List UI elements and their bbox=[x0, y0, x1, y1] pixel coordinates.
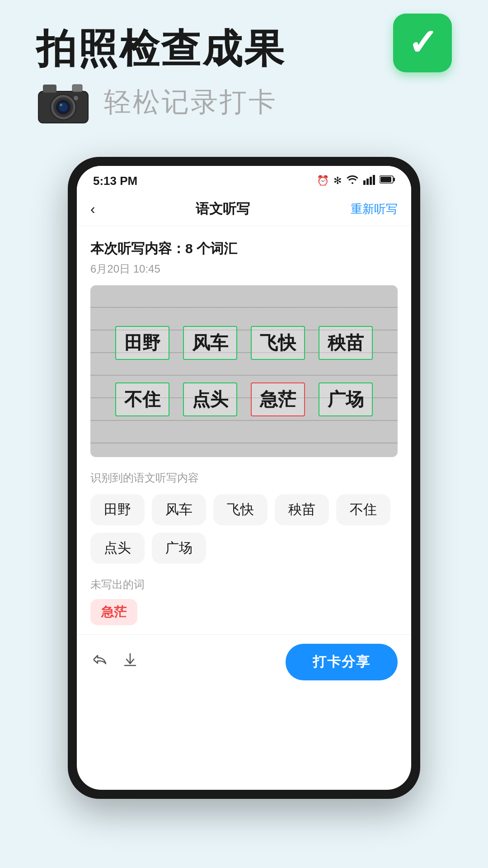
missing-word: 急茫 bbox=[90, 599, 137, 625]
word-row-1: 田野 风车 飞快 秧苗 bbox=[99, 326, 389, 360]
tag-yangmiao: 秧苗 bbox=[275, 494, 329, 525]
wifi-icon bbox=[346, 174, 359, 188]
nav-bar: ‹ 语文听写 重新听写 bbox=[77, 193, 411, 226]
download-icon[interactable] bbox=[122, 652, 138, 672]
svg-rect-10 bbox=[366, 179, 369, 185]
word-box-jimang: 急茫 bbox=[251, 382, 305, 416]
promo-subtitle: 轻松记录打卡 bbox=[104, 84, 277, 121]
tag-tianye: 田野 bbox=[90, 494, 145, 525]
word-buzhu: 不住 bbox=[124, 389, 160, 410]
svg-point-5 bbox=[60, 104, 62, 106]
word-box-diantou: 点头 bbox=[183, 382, 237, 416]
word-box-buzhu: 不住 bbox=[115, 382, 169, 416]
svg-rect-11 bbox=[370, 177, 372, 185]
phone-mockup: 5:13 PM ⏰ ✻ ‹ 语文听写 重新听写 bbox=[68, 157, 420, 799]
handwriting-area: 田野 风车 飞快 秧苗 不住 bbox=[90, 285, 398, 457]
bottom-bar: 打卡分享 bbox=[77, 634, 411, 694]
share-icon[interactable] bbox=[90, 652, 108, 672]
check-icon: ✓ bbox=[408, 25, 438, 61]
tag-guangchang: 广场 bbox=[152, 533, 206, 564]
bluetooth-icon: ✻ bbox=[333, 175, 342, 187]
missing-section: 未写出的词 急茫 bbox=[90, 577, 398, 625]
word-guangchang: 广场 bbox=[328, 389, 364, 410]
word-feikuai: 飞快 bbox=[260, 333, 296, 353]
tag-diantou: 点头 bbox=[90, 533, 145, 564]
word-jimang: 急茫 bbox=[260, 389, 296, 410]
word-row-2: 不住 点头 急茫 广场 bbox=[99, 382, 389, 416]
tag-buzhu: 不住 bbox=[336, 494, 390, 525]
bottom-icons bbox=[90, 652, 138, 672]
word-box-fengche: 风车 bbox=[183, 326, 237, 360]
word-tags: 田野 风车 飞快 秧苗 不住 点头 广场 bbox=[90, 494, 398, 564]
missing-label: 未写出的词 bbox=[90, 577, 398, 592]
status-time: 5:13 PM bbox=[93, 174, 137, 188]
tag-feikuai: 飞快 bbox=[213, 494, 267, 525]
word-box-guangchang: 广场 bbox=[319, 382, 373, 416]
content-area: 本次听写内容：8 个词汇 6月20日 10:45 田野 风车 飞快 bbox=[77, 226, 411, 625]
back-button[interactable]: ‹ bbox=[90, 201, 95, 217]
word-diantou: 点头 bbox=[192, 389, 228, 410]
status-icons: ⏰ ✻ bbox=[317, 174, 395, 188]
promo-subtitle-row: 轻松记录打卡 bbox=[36, 80, 452, 125]
tag-fengche: 风车 bbox=[152, 494, 206, 525]
checkin-button[interactable]: 打卡分享 bbox=[286, 644, 398, 680]
dictation-title: 本次听写内容：8 个词汇 bbox=[90, 240, 398, 258]
redo-button[interactable]: 重新听写 bbox=[351, 201, 398, 217]
nav-title: 语文听写 bbox=[196, 200, 250, 218]
dictation-info: 本次听写内容：8 个词汇 6月20日 10:45 bbox=[90, 240, 398, 276]
svg-rect-6 bbox=[72, 85, 82, 92]
phone-screen: 5:13 PM ⏰ ✻ ‹ 语文听写 重新听写 bbox=[77, 166, 411, 790]
alarm-icon: ⏰ bbox=[317, 175, 329, 187]
promo-title: 拍照检查成果 bbox=[36, 27, 452, 71]
battery-icon bbox=[380, 175, 395, 187]
svg-point-8 bbox=[74, 96, 78, 100]
signal-icon bbox=[363, 174, 375, 188]
camera-icon bbox=[36, 80, 90, 125]
word-fengche: 风车 bbox=[192, 333, 228, 353]
svg-rect-12 bbox=[373, 175, 375, 185]
recognized-label: 识别到的语文听写内容 bbox=[90, 471, 398, 485]
word-tianye: 田野 bbox=[124, 333, 160, 353]
promo-area: ✓ 拍照检查成果 轻松记录打卡 bbox=[0, 0, 488, 143]
word-box-feikuai: 飞快 bbox=[251, 326, 305, 360]
word-yangmiao: 秧苗 bbox=[328, 333, 364, 353]
svg-rect-14 bbox=[393, 178, 395, 181]
word-box-yangmiao: 秧苗 bbox=[319, 326, 373, 360]
word-box-tianye: 田野 bbox=[115, 326, 169, 360]
dictation-date: 6月20日 10:45 bbox=[90, 262, 398, 276]
svg-rect-15 bbox=[380, 177, 391, 182]
check-badge: ✓ bbox=[393, 14, 452, 72]
status-bar: 5:13 PM ⏰ ✻ bbox=[77, 166, 411, 193]
svg-rect-9 bbox=[363, 180, 366, 185]
svg-rect-7 bbox=[43, 85, 56, 93]
